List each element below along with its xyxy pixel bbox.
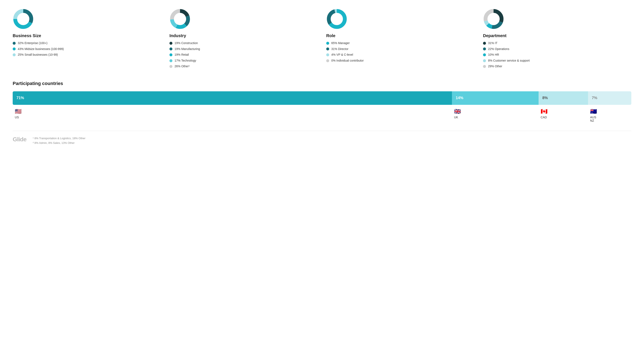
legend-item: 25% Small businesses (10-99)	[13, 53, 161, 57]
business-size-block: Business Size 32% Enterprise (100+) 43% …	[13, 8, 161, 70]
role-donut	[326, 8, 347, 29]
country-bar: 71% 14% 8% 7%	[13, 91, 631, 105]
role-title: Role	[326, 33, 474, 38]
legend-dot	[13, 53, 16, 56]
legend-dot	[170, 65, 172, 68]
legend-dot	[326, 42, 329, 45]
legend-dot	[170, 42, 172, 45]
legend-dot	[170, 47, 172, 50]
footer-section: Glide ¹ 8% Transportation & Logistics, 1…	[13, 131, 631, 145]
legend-label: 4% VP & C-level	[331, 53, 353, 57]
country-bar-cad: 8%	[538, 91, 588, 105]
legend-dot	[483, 42, 486, 45]
industry-legend: 19% Construction 19% Manufacturing 19% R…	[170, 41, 318, 69]
department-title: Department	[483, 33, 631, 38]
legend-label: 19% Manufacturing	[174, 47, 200, 51]
svg-point-16	[331, 13, 343, 25]
flag-cell-cad: 🇨🇦 CAD	[538, 108, 588, 122]
glide-logo: Glide	[13, 136, 26, 143]
legend-item: 22% Operations	[483, 47, 631, 51]
svg-point-11	[174, 13, 186, 25]
country-bar-ausnz-label: 7%	[592, 96, 597, 100]
legend-item: 29% Other	[483, 64, 631, 69]
country-bar-ausnz: 7%	[588, 91, 631, 105]
country-bar-cad-label: 8%	[542, 96, 548, 100]
legend-item: 31% Director	[326, 47, 474, 51]
legend-dot	[13, 42, 16, 45]
legend-dot	[483, 47, 486, 50]
flag-cell-ausnz: 🇦🇺 AUSNZ	[588, 108, 631, 122]
role-block: Role 65% Manager 31% Director 4% VP & C-…	[326, 8, 474, 70]
legend-dot	[326, 59, 329, 62]
country-label-uk: UK	[454, 116, 458, 119]
country-bar-uk: 14%	[452, 91, 538, 105]
participating-countries-title: Participating countries	[13, 81, 631, 86]
footnote-2: ² 8% Admin, 8% Sales, 13% Other	[33, 141, 85, 145]
legend-dot	[483, 59, 486, 62]
svg-point-23	[488, 13, 500, 25]
legend-label: 31% Director	[331, 47, 348, 51]
legend-dot	[483, 65, 486, 68]
department-donut	[483, 8, 504, 29]
legend-item: 19% Construction	[170, 41, 318, 45]
legend-label: 8% Customer service & support	[488, 59, 530, 63]
legend-label: 25% Small businesses (10-99)	[18, 53, 58, 57]
legend-dot	[483, 53, 486, 56]
legend-item: 19% Retail	[170, 53, 318, 57]
legend-label: 29% Other	[488, 64, 502, 69]
legend-label: 10% HR	[488, 53, 499, 57]
role-legend: 65% Manager 31% Director 4% VP & C-level…	[326, 41, 474, 63]
svg-point-4	[17, 13, 29, 25]
flag-uk: 🇬🇧	[454, 108, 461, 115]
legend-dot	[13, 47, 16, 50]
footnotes: ¹ 8% Transportation & Logistics, 18% Oth…	[33, 136, 85, 145]
department-block: Department 31% IT 22% Operations 10% HR …	[483, 8, 631, 70]
legend-item: 65% Manager	[326, 41, 474, 45]
legend-item: 10% HR	[483, 53, 631, 57]
legend-label: 65% Manager	[331, 41, 350, 45]
business-size-legend: 32% Enterprise (100+) 43% Midsize busine…	[13, 41, 161, 57]
legend-label: 43% Midsize businesses (100-999)	[18, 47, 64, 51]
legend-label: 26% Other¹	[174, 64, 190, 69]
flag-cell-uk: 🇬🇧 UK	[452, 108, 538, 122]
legend-dot	[326, 47, 329, 50]
legend-label: 0% Individual contributor	[331, 59, 364, 63]
business-size-title: Business Size	[13, 33, 161, 38]
legend-label: 32% Enterprise (100+)	[18, 41, 47, 45]
business-size-donut	[13, 8, 34, 29]
department-legend: 31% IT 22% Operations 10% HR 8% Customer…	[483, 41, 631, 69]
legend-dot	[170, 59, 172, 62]
legend-item: 43% Midsize businesses (100-999)	[13, 47, 161, 51]
flag-us: 🇺🇸	[15, 108, 22, 115]
legend-dot	[170, 53, 172, 56]
industry-block: Industry 19% Construction 19% Manufactur…	[170, 8, 318, 70]
legend-item: 4% VP & C-level	[326, 53, 474, 57]
country-bar-uk-label: 14%	[456, 96, 463, 100]
participating-countries-section: Participating countries 71% 14% 8% 7% 🇺🇸…	[13, 81, 631, 122]
flag-cad: 🇨🇦	[541, 108, 548, 115]
legend-label: 19% Retail	[174, 53, 189, 57]
country-bar-us-label: 71%	[16, 96, 24, 100]
legend-label: 22% Operations	[488, 47, 509, 51]
industry-donut	[170, 8, 190, 29]
legend-item: 8% Customer service & support	[483, 59, 631, 63]
country-label-cad: CAD	[541, 116, 547, 119]
legend-item: 32% Enterprise (100+)	[13, 41, 161, 45]
legend-label: 31% IT	[488, 41, 497, 45]
country-bar-us: 71%	[13, 91, 452, 105]
footnote-1: ¹ 8% Transportation & Logistics, 18% Oth…	[33, 136, 85, 141]
legend-dot	[326, 53, 329, 56]
flag-aus: 🇦🇺	[590, 108, 597, 115]
legend-item: 26% Other¹	[170, 64, 318, 69]
top-charts-section: Business Size 32% Enterprise (100+) 43% …	[13, 8, 631, 70]
legend-item: 0% Individual contributor	[326, 59, 474, 63]
legend-item: 19% Manufacturing	[170, 47, 318, 51]
legend-item: 17% Technology	[170, 59, 318, 63]
legend-item: 31% IT	[483, 41, 631, 45]
flag-cell-us: 🇺🇸 US	[13, 108, 452, 122]
industry-title: Industry	[170, 33, 318, 38]
legend-label: 17% Technology	[174, 59, 196, 63]
country-flags-row: 🇺🇸 US 🇬🇧 UK 🇨🇦 CAD 🇦🇺 AUSNZ	[13, 108, 631, 122]
country-label-ausnz: AUSNZ	[590, 116, 596, 122]
legend-label: 19% Construction	[174, 41, 198, 45]
